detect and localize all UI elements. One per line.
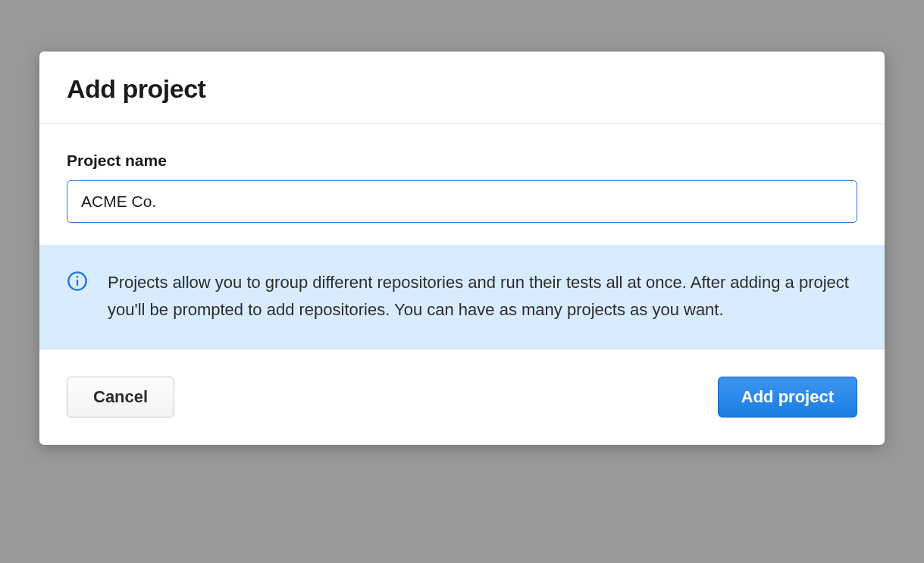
info-banner: Projects allow you to group different re… [39,246,885,349]
add-project-dialog: Add project Project name Projects allow … [39,52,885,445]
dialog-footer: Cancel Add project [39,349,885,445]
info-text: Projects allow you to group different re… [108,269,857,324]
info-icon [67,271,88,292]
cancel-button[interactable]: Cancel [67,377,174,418]
dialog-header: Add project [39,52,885,124]
project-name-label: Project name [67,152,857,170]
project-name-input[interactable] [67,180,857,223]
dialog-title: Add project [67,74,857,104]
add-project-button[interactable]: Add project [718,377,857,418]
svg-point-2 [77,276,79,278]
dialog-body: Project name [39,124,885,223]
